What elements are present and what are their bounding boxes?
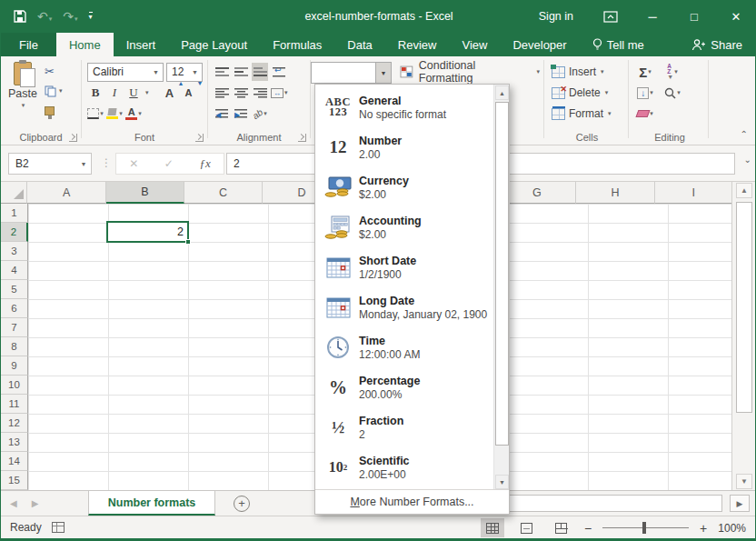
decrease-indent-button[interactable] [214,105,230,123]
row-header-5[interactable]: 5 [1,280,28,299]
zoom-out-button[interactable]: − [584,521,592,536]
middle-align-button[interactable] [233,63,249,81]
tab-formulas[interactable]: Formulas [260,33,334,56]
center-button[interactable] [233,84,249,102]
select-all-corner[interactable] [1,182,27,204]
row-header-6[interactable]: 6 [1,299,28,318]
tell-me-box[interactable]: Tell me [580,33,657,56]
row-header-9[interactable]: 9 [1,356,28,376]
format-painter-button[interactable] [45,102,77,120]
cancel-icon[interactable]: ✕ [129,157,138,170]
sort-filter-button[interactable]: AZ▾ [664,63,681,81]
collapse-ribbon-icon[interactable]: ⌃ [741,129,748,139]
font-size-combo[interactable]: 12 ▼ [166,63,203,82]
tab-insert[interactable]: Insert [114,33,169,56]
menu-item-fraction[interactable]: ½ Fraction 2 [315,407,509,447]
redo-icon[interactable]: ↷▾ [63,10,77,23]
font-size-dropdown-icon[interactable]: ▼ [188,64,202,81]
italic-button[interactable]: I [106,84,123,102]
column-header-b[interactable]: B [106,182,184,204]
close-button[interactable]: ✕ [715,0,756,33]
enter-icon[interactable]: ✓ [164,157,174,170]
decrease-font-size-button[interactable]: A▼ [181,84,197,102]
column-header-g[interactable]: G [498,182,576,204]
paste-dropdown-arrow[interactable]: ▾ [22,102,25,109]
menu-item-currency[interactable]: Currency $2.00 [315,167,509,207]
normal-view-button[interactable] [481,518,504,537]
clear-button[interactable]: ▾ [637,105,653,123]
row-header-12[interactable]: 12 [1,414,28,433]
borders-button[interactable]: ▾ [87,105,104,123]
font-name-dropdown-icon[interactable]: ▼ [149,64,163,81]
menu-item-short-date[interactable]: Short Date 1/2/1900 [315,247,509,287]
increase-indent-button[interactable] [233,105,249,123]
align-left-button[interactable] [214,84,230,102]
zoom-level[interactable]: 100% [718,522,746,535]
fill-color-button[interactable]: ▾ [106,105,123,123]
insert-cells-button[interactable]: Insert▾ [552,62,604,82]
wrap-text-button[interactable] [271,63,287,81]
tab-developer[interactable]: Developer [500,33,579,56]
font-color-button[interactable]: A▾ [125,105,142,123]
column-header-a[interactable]: A [27,182,105,204]
row-header-7[interactable]: 7 [1,318,28,337]
scroll-right-icon[interactable]: ▶ [730,495,750,512]
row-header-1[interactable]: 1 [1,204,28,223]
share-button[interactable]: Share [677,33,756,56]
maximize-button[interactable]: □ [673,0,715,33]
fill-button[interactable]: ↓▾ [637,84,653,102]
clipboard-dialog-launcher-icon[interactable] [69,134,77,142]
dropdown-scroll-up-icon[interactable]: ▲ [495,85,509,100]
copy-button[interactable]: ▾ [45,82,77,100]
font-dialog-launcher-icon[interactable] [195,134,204,142]
next-sheet-icon[interactable]: ▶ [32,498,39,508]
underline-button[interactable]: U [125,84,142,102]
sheet-tab-number-formats[interactable]: Number formats [88,491,215,516]
row-header-10[interactable]: 10 [1,376,28,395]
bold-button[interactable]: B [87,84,104,102]
menu-item-time[interactable]: Time 12:00:00 AM [315,327,509,367]
conditional-formatting-button[interactable]: Conditional Formatting ▾ [400,59,540,85]
paste-button[interactable]: Paste ▾ [5,62,40,127]
underline-dropdown-arrow[interactable]: ▾ [145,89,149,96]
align-right-button[interactable] [252,84,268,102]
customize-qat-icon[interactable]: ▾ [89,12,93,21]
tab-home[interactable]: Home [56,33,114,56]
fill-handle[interactable] [185,239,191,245]
menu-item-scientific[interactable]: 102 Scientific 2.00E+00 [315,447,509,487]
page-break-view-button[interactable] [550,518,573,537]
menu-item-general[interactable]: ABC 123 General No specific format [315,87,509,127]
name-box[interactable]: B2 ▼ [8,153,92,175]
alignment-dialog-launcher-icon[interactable] [298,134,306,142]
tab-view[interactable]: View [449,33,500,56]
row-header-8[interactable]: 8 [1,337,28,356]
orientation-button[interactable]: ab▾ [252,105,268,123]
dropdown-scroll-down-icon[interactable]: ▼ [495,475,509,489]
undo-icon[interactable]: ↶▾ [37,10,52,23]
row-header-4[interactable]: 4 [1,261,28,280]
number-format-dropdown-button[interactable]: ▼ [376,62,392,84]
macro-record-icon[interactable] [52,522,65,533]
row-header-2[interactable]: 2 [1,223,28,242]
selected-cell-b2[interactable]: 2 [106,221,189,243]
vertical-scrollbar[interactable]: ▲ ▼ [731,182,755,490]
more-number-formats-button[interactable]: More Number Formats... [315,489,509,514]
tab-file[interactable]: File [1,33,56,56]
minimize-button[interactable]: ─ [632,0,673,33]
row-header-14[interactable]: 14 [1,452,28,471]
find-select-button[interactable]: ▾ [664,84,681,102]
font-name-combo[interactable]: Calibri ▼ [87,63,164,82]
zoom-slider-handle[interactable] [642,522,646,534]
ribbon-display-options-icon[interactable] [590,0,632,33]
merge-center-button[interactable]: ↔▾ [271,84,288,102]
menu-item-percentage[interactable]: % Percentage 200.00% [315,367,509,407]
row-header-15[interactable]: 15 [1,471,28,490]
menu-item-long-date[interactable]: Long Date Monday, January 02, 1900 [315,287,509,327]
name-box-dropdown-icon[interactable]: ▼ [76,161,91,167]
column-header-i[interactable]: I [655,182,733,204]
scroll-up-icon[interactable]: ▲ [736,183,752,198]
zoom-slider[interactable] [602,527,689,528]
cut-button[interactable]: ✂ [45,62,77,80]
new-sheet-button[interactable]: + [234,496,250,512]
number-format-combo[interactable]: ▼ [311,62,392,84]
